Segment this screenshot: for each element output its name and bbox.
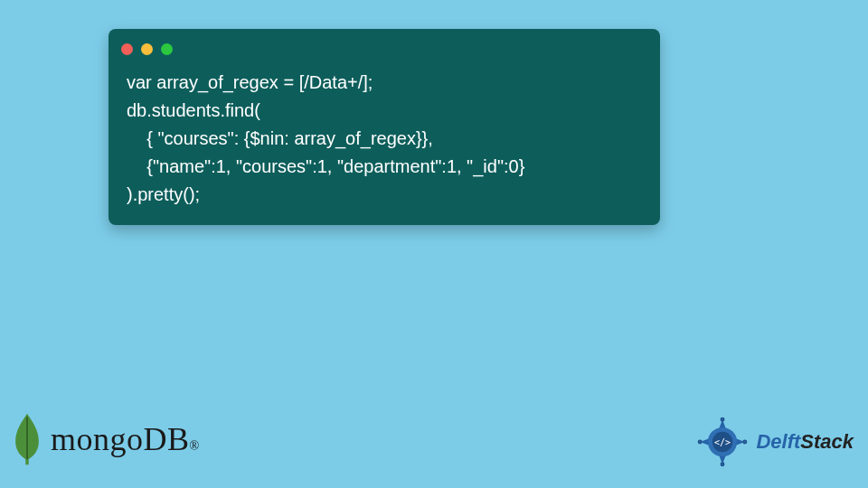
code-block: var array_of_regex = [/Data+/]; db.stude… (108, 61, 660, 225)
svg-point-5 (722, 463, 725, 466)
code-line: ).pretty(); (127, 184, 200, 204)
window-titlebar (108, 29, 660, 61)
code-line: { "courses": {$nin: array_of_regex}}, (127, 128, 433, 148)
leaf-icon (11, 412, 43, 466)
mongodb-wordmark: mongoDB® (51, 420, 200, 458)
svg-point-7 (699, 440, 703, 444)
minimize-icon (141, 43, 153, 55)
svg-point-6 (743, 440, 747, 444)
delftstack-wordmark: DelftStack (756, 430, 854, 454)
close-icon (121, 43, 133, 55)
mongodb-logo: mongoDB® (11, 412, 200, 466)
svg-text:</>: </> (714, 437, 731, 447)
code-line: db.students.find( (127, 100, 260, 120)
delftstack-emblem-icon: </> (694, 414, 750, 470)
mongodb-label: mongoDB (51, 421, 190, 457)
delftstack-logo: </> DelftStack (694, 414, 854, 470)
code-window: var array_of_regex = [/Data+/]; db.stude… (108, 29, 660, 225)
code-line: {"name":1, "courses":1, "department":1, … (127, 156, 524, 176)
trademark-icon: ® (190, 439, 200, 453)
svg-point-4 (722, 418, 725, 421)
maximize-icon (161, 43, 173, 55)
delft-text-part2: Stack (800, 430, 854, 453)
code-line: var array_of_regex = [/Data+/]; (127, 72, 373, 92)
delft-text-part1: Delft (756, 430, 800, 453)
